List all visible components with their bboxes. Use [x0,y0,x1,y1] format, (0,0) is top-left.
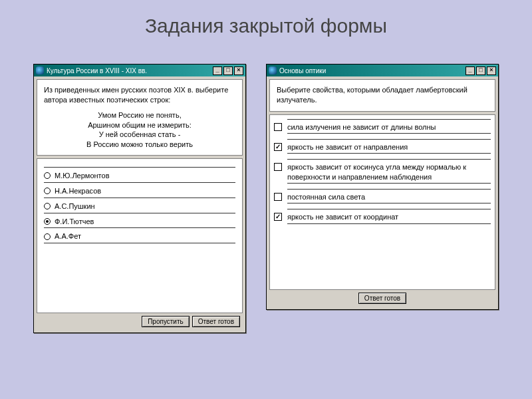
checkbox-option[interactable]: постоянная сила света [274,188,491,205]
button-bar: Пропустить Ответ готов [37,313,243,330]
checkbox-options: сила излучения не зависит от длины волны… [269,114,495,290]
poem-block: Умом Россию не понять, Аршином общим не … [44,110,235,150]
button-bar: Ответ готов [269,290,495,307]
checkbox-icon [274,163,282,171]
poem-line: Умом Россию не понять, [44,110,235,120]
submit-button[interactable]: Ответ готов [192,316,240,327]
windows-container: Культура России в XVIII - XIX вв. _ □ × … [0,37,532,333]
radio-label: Н.А.Некрасов [55,186,101,196]
window-title: Основы оптики [279,67,466,74]
question-panel: Выберите свойства, которыми обладает лам… [269,79,495,112]
radio-option[interactable]: М.Ю.Лермонтов [44,167,235,183]
checkbox-label: яркость не зависит от направления [287,139,491,154]
radio-icon [44,172,51,179]
submit-button[interactable]: Ответ готов [358,293,406,304]
radio-option[interactable]: А.С.Пушкин [44,198,235,213]
checkbox-label: яркость зависит от косинуса угла между н… [287,159,491,184]
radio-label: А.С.Пушкин [55,201,95,211]
window-optics: Основы оптики _ □ × Выберите свойства, к… [266,64,499,310]
app-icon [36,66,44,74]
checkbox-option[interactable]: яркость не зависит от направления [274,138,491,155]
radio-icon [44,188,51,194]
question-text: Из приведенных имен русских поэтов XIX в… [44,85,235,105]
radio-icon [44,233,51,240]
radio-icon [44,218,51,225]
maximize-button[interactable]: □ [223,66,233,75]
window-culture: Культура России в XVIII - XIX вв. _ □ × … [33,64,246,333]
maximize-button[interactable]: □ [476,66,485,75]
checkbox-option[interactable]: яркость не зависит от координат [274,207,491,225]
checkbox-option[interactable]: сила излучения не зависит от длины волны [274,118,491,135]
poem-line: У ней особенная стать - [44,130,235,140]
checkbox-icon [274,213,282,221]
checkbox-label: сила излучения не зависит от длины волны [287,119,491,134]
minimize-button[interactable]: _ [213,66,222,75]
close-button[interactable]: × [234,66,243,75]
radio-option[interactable]: Ф.И.Тютчев [44,213,235,229]
titlebar: Культура России в XVIII - XIX вв. _ □ × [34,65,245,76]
radio-icon [44,203,51,209]
radio-option[interactable]: А.А.Фет [44,228,235,243]
radio-options: М.Ю.Лермонтов Н.А.Некрасов А.С.Пушкин Ф.… [37,158,243,313]
radio-label: А.А.Фет [55,231,81,241]
app-icon [269,66,277,74]
slide-title: Задания закрытой формы [0,0,532,37]
checkbox-icon [274,143,282,151]
question-text: Выберите свойства, которыми обладает лам… [277,85,488,106]
radio-label: М.Ю.Лермонтов [55,171,109,181]
window-body: Выберите свойства, которыми обладает лам… [267,76,498,309]
checkbox-label: яркость не зависит от координат [287,209,491,223]
checkbox-option[interactable]: яркость зависит от косинуса угла между н… [274,158,491,185]
skip-button[interactable]: Пропустить [142,316,190,327]
window-body: Из приведенных имен русских поэтов XIX в… [34,76,245,332]
radio-label: Ф.И.Тютчев [55,217,94,227]
checkbox-icon [274,193,282,201]
poem-line: В Россию можно только верить [44,140,235,150]
radio-option[interactable]: Н.А.Некрасов [44,183,235,198]
checkbox-label: постоянная сила света [287,189,491,203]
titlebar: Основы оптики _ □ × [267,65,498,76]
checkbox-icon [274,123,282,131]
question-panel: Из приведенных имен русских поэтов XIX в… [37,79,243,156]
poem-line: Аршином общим не измерить: [44,120,235,130]
window-title: Культура России в XVIII - XIX вв. [47,67,213,74]
window-controls: _ □ × [466,66,496,75]
minimize-button[interactable]: _ [466,66,475,75]
close-button[interactable]: × [487,66,496,75]
window-controls: _ □ × [213,66,243,75]
